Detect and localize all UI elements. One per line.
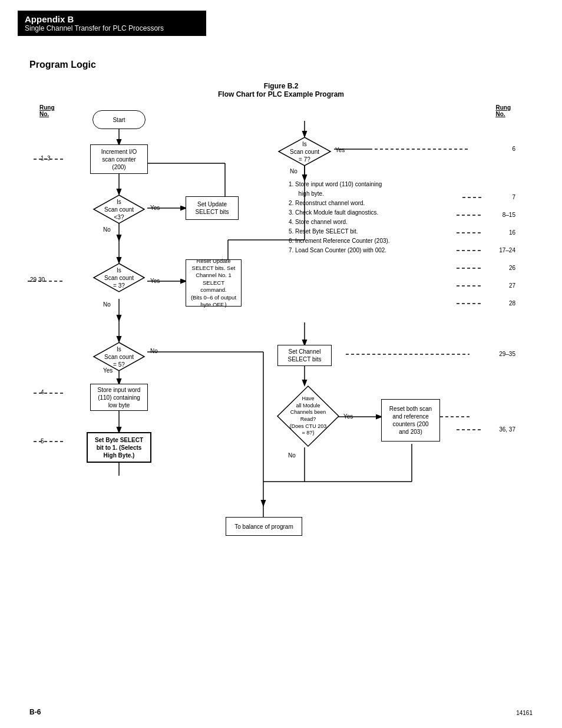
no-label-scan-eq3: No — [103, 301, 111, 308]
numbered-list: Store input word (110) containing high b… — [287, 180, 458, 255]
dash-rung-27: 27 — [509, 282, 515, 289]
rung-label-5: 5 — [41, 438, 44, 444]
yes-label-scan-eq5: Yes — [103, 367, 113, 374]
page-header: Appendix B Single Channel Transfer for P… — [18, 11, 206, 36]
rung-header-left: RungNo. — [39, 104, 55, 117]
dash-rung-7: 7 — [512, 194, 515, 200]
figure-caption: Figure B.2 Flow Chart for PLC Example Pr… — [0, 82, 562, 98]
scan-eq5-diamond: IsScan count= 5? — [92, 341, 146, 372]
set-byte-select-shape: Set Byte SELECTbit to 1. (SelectsHigh By… — [87, 432, 151, 463]
header-subtitle: Single Channel Transfer for PLC Processo… — [25, 24, 199, 32]
no-label-scan-eq5: No — [150, 348, 158, 354]
reset-both-shape: Reset both scanand referencecounters (20… — [381, 399, 440, 442]
dash-rung-29-35: 29–35 — [499, 351, 515, 357]
dash-rung-28: 28 — [509, 300, 515, 307]
yes-label-channels: Yes — [343, 413, 353, 420]
figure-number: 14161 — [516, 710, 533, 716]
page-number: B-6 — [29, 708, 41, 716]
rung-header-right: RungNo. — [495, 104, 511, 117]
dash-rung-8-15: 8–15 — [503, 212, 515, 218]
flowchart-area: RungNo. RungNo. Start Increment I/Oscan … — [16, 104, 546, 617]
no-label-scan-lt3: No — [103, 226, 111, 233]
figure-caption-line1: Figure B.2 — [0, 82, 562, 90]
dash-rung-26: 26 — [509, 265, 515, 271]
to-balance-shape: To balance of program — [226, 517, 302, 536]
store-low-shape: Store input word(110) containinglow byte — [90, 384, 148, 411]
start-shape: Start — [92, 110, 146, 129]
dash-rung-36-37: 36, 37 — [499, 426, 515, 433]
yes-label-scan-eq3: Yes — [150, 278, 160, 284]
dash-rung-16: 16 — [509, 229, 515, 236]
scan-lt3-diamond: IsScan count<3? — [92, 194, 146, 225]
figure-caption-line2: Flow Chart for PLC Example Program — [0, 90, 562, 98]
no-label-scan-eq7: No — [290, 168, 297, 174]
header-title: Appendix B — [25, 14, 199, 24]
rung-label-4: 4 — [41, 389, 44, 396]
section-title: Program Logic — [29, 60, 562, 70]
rung-label-29-30: 29 30 — [30, 276, 45, 283]
no-label-channels: No — [288, 452, 296, 459]
rung-label-1-3: 1–3 — [41, 155, 51, 162]
scan-eq3-diamond: IsScan count= 3? — [92, 262, 146, 293]
dash-rung-17-24: 17–24 — [499, 247, 515, 253]
set-channel-select-shape: Set ChannelSELECT bits — [277, 345, 332, 366]
scan-eq7-diamond: IsScan count= 7? — [277, 136, 332, 167]
increment-io-shape: Increment I/Oscan counter(200) — [90, 144, 148, 174]
have-all-channels-diamond: Haveall ModuleChannels beenRead?(Does CT… — [276, 385, 340, 447]
yes-label-scan-eq7: Yes — [335, 147, 345, 153]
dash-rung-6: 6 — [512, 146, 515, 152]
yes-label-scan-lt3: Yes — [150, 205, 160, 211]
set-update-select-shape: Set UpdateSELECT bits — [186, 196, 239, 220]
reset-update-shape: Reset UpdateSELECT bits. SetChannel No. … — [186, 259, 242, 307]
